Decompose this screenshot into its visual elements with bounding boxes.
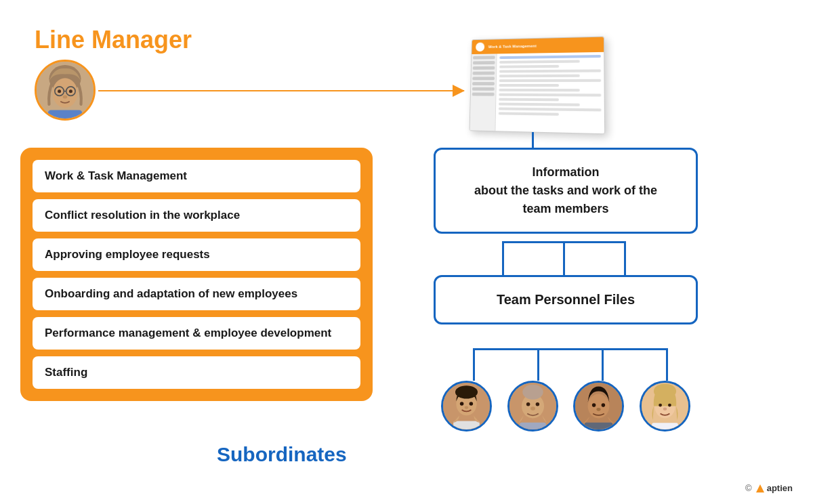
- avatar-connector-1: [473, 348, 475, 381]
- svg-point-6: [58, 89, 61, 93]
- svg-rect-29: [585, 423, 612, 429]
- svg-point-35: [663, 408, 667, 411]
- svg-point-21: [535, 402, 539, 406]
- vertical-connector-2: [563, 241, 565, 275]
- responsibility-item-4: Onboarding and adaptation of new employe…: [33, 278, 360, 310]
- subordinates-label: Subordinates: [217, 443, 347, 466]
- manager-avatar: [35, 60, 96, 121]
- svg-point-12: [455, 385, 478, 398]
- subordinate-avatars-row: [434, 381, 698, 432]
- svg-point-14: [470, 402, 474, 406]
- svg-point-28: [597, 408, 601, 411]
- manager-to-system-arrow: [98, 90, 464, 91]
- responsibilities-panel: Work & Task Management Conflict resoluti…: [20, 148, 373, 401]
- avatar-connector-3: [602, 348, 604, 381]
- aptien-logo: aptien: [755, 483, 793, 493]
- svg-rect-36: [652, 423, 678, 429]
- svg-point-34: [668, 404, 671, 407]
- avatar-connector-4: [666, 348, 668, 381]
- svg-point-8: [63, 96, 68, 99]
- info-box: Information about the tasks and work of …: [434, 148, 698, 234]
- svg-point-33: [659, 404, 662, 407]
- responsibility-item-6: Staffing: [33, 356, 360, 389]
- svg-point-15: [465, 406, 469, 409]
- subordinate-avatar-1: [441, 381, 492, 432]
- svg-point-7: [69, 89, 72, 93]
- svg-point-27: [602, 403, 606, 407]
- page-title: Line Manager: [35, 26, 192, 54]
- vertical-connector-1: [502, 241, 504, 275]
- subordinate-avatar-4: [640, 381, 690, 432]
- subordinate-avatar-2: [507, 381, 558, 432]
- svg-rect-9: [48, 110, 82, 119]
- svg-point-25: [588, 394, 610, 419]
- responsibility-item-5: Performance management & employee develo…: [33, 317, 360, 350]
- vertical-connector-3: [624, 241, 626, 275]
- copyright-notice: © aptien: [745, 483, 793, 493]
- right-diagram: Information about the tasks and work of …: [406, 148, 772, 234]
- responsibility-item-3: Approving employee requests: [33, 238, 360, 271]
- svg-marker-37: [756, 484, 764, 492]
- avatar-connector-2: [537, 348, 539, 381]
- responsibility-item-1: Work & Task Management: [33, 160, 360, 192]
- subordinate-avatar-3: [573, 381, 624, 432]
- svg-rect-23: [520, 423, 546, 429]
- horizontal-connector-avatars: [473, 348, 668, 350]
- personnel-files-box: Team Personnel Files: [434, 275, 698, 324]
- responsibility-item-2: Conflict resolution in the workplace: [33, 199, 360, 232]
- system-screenshot: Work & Task Management: [470, 37, 606, 135]
- svg-point-20: [526, 402, 530, 406]
- svg-point-22: [530, 406, 535, 411]
- svg-point-13: [460, 402, 464, 406]
- svg-point-19: [522, 385, 543, 400]
- svg-rect-16: [453, 421, 480, 429]
- svg-point-26: [592, 403, 596, 407]
